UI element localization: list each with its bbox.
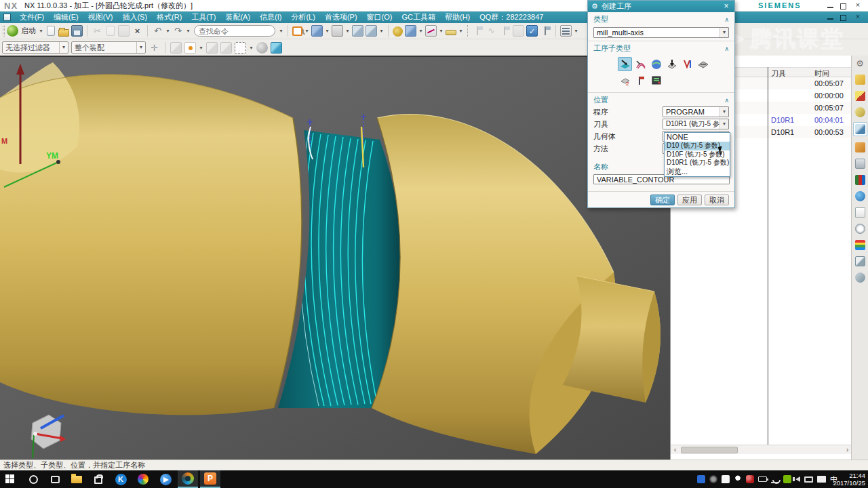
network-icon[interactable]: [804, 476, 813, 483]
open-file-icon[interactable]: [58, 29, 69, 37]
undo-caret-icon[interactable]: ▾: [165, 28, 170, 34]
minimize-button[interactable]: [827, 3, 833, 8]
ok-button[interactable]: 确定: [650, 195, 675, 205]
redo-icon[interactable]: ↷: [172, 25, 184, 37]
snap-point-icon[interactable]: ✛: [149, 42, 160, 54]
menu-file[interactable]: 文件(F): [15, 12, 49, 23]
subtype-variable-contour-icon[interactable]: [618, 57, 632, 71]
menu-help[interactable]: 帮助(H): [440, 12, 475, 23]
photos-app-icon[interactable]: [133, 470, 153, 488]
type-collapse-icon[interactable]: ∧: [724, 16, 729, 23]
toolbar-grip[interactable]: [3, 26, 5, 37]
check-v-icon[interactable]: ✓: [526, 25, 538, 37]
child-restore-button[interactable]: [840, 15, 846, 21]
task-view-button[interactable]: [45, 470, 65, 488]
reuse-library-icon[interactable]: [855, 175, 865, 185]
filter-caret-icon[interactable]: ▾: [59, 42, 68, 53]
start-button[interactable]: [0, 470, 20, 488]
location-collapse-icon[interactable]: ∧: [724, 97, 729, 104]
type-dropdown[interactable]: mill_multi-axis ▾: [593, 27, 729, 38]
roles-icon[interactable]: [855, 240, 865, 250]
history-icon[interactable]: [855, 224, 865, 234]
lasso-select-icon[interactable]: [235, 42, 246, 54]
subtype-generic-motion-icon[interactable]: [696, 57, 710, 71]
thunder-app-icon[interactable]: [155, 470, 176, 488]
section-location[interactable]: 位置 ∧: [588, 93, 734, 106]
menu-format[interactable]: 格式(R): [152, 12, 186, 23]
subtype-mill-control-icon[interactable]: [649, 73, 663, 87]
menu-edit[interactable]: 编辑(E): [49, 12, 83, 23]
section-type[interactable]: 类型 ∧: [588, 12, 734, 25]
shaded-sphere-icon[interactable]: [256, 42, 268, 54]
scrollbar-thumb[interactable]: [681, 447, 738, 453]
window-layout-icon[interactable]: [292, 26, 302, 36]
tray-chat-icon[interactable]: [722, 475, 730, 483]
child-close-button[interactable]: ×: [853, 12, 863, 22]
subtype-contour-area-icon[interactable]: [649, 57, 663, 71]
orient-caret-icon[interactable]: ▾: [418, 28, 423, 34]
operation-navigator-icon[interactable]: [855, 124, 865, 134]
layers-icon[interactable]: [560, 25, 572, 37]
orient-view-icon[interactable]: [405, 25, 416, 37]
subtype-variable-streamline-icon[interactable]: [633, 57, 648, 71]
selection-filter-combo[interactable]: 无选择过滤器 ▾: [2, 41, 68, 54]
menu-analysis[interactable]: 分析(L): [286, 12, 319, 23]
tool-option-d10r1[interactable]: D10R1 (铣刀-5 参数): [665, 159, 730, 167]
start-menu-button[interactable]: 启动: [21, 26, 36, 36]
display-caret-icon[interactable]: ▾: [325, 28, 330, 34]
menu-tools[interactable]: 工具(T): [186, 12, 220, 23]
scrollbar-track[interactable]: [679, 446, 843, 454]
taskbar-clock[interactable]: 21:44 2017/10/25: [823, 472, 865, 487]
cortana-button[interactable]: [23, 470, 43, 488]
process-calculator-icon[interactable]: [855, 159, 865, 169]
lasso-caret-icon[interactable]: ▾: [249, 45, 254, 51]
menu-insert[interactable]: 插入(S): [117, 12, 152, 23]
tray-qq-icon[interactable]: [734, 475, 742, 483]
ruler-icon[interactable]: [446, 30, 456, 35]
measure-caret-icon[interactable]: ▾: [439, 28, 443, 34]
subtype-userdefined-icon[interactable]: 2: [618, 73, 632, 87]
menu-gc-toolbox[interactable]: GC工具箱: [397, 12, 440, 23]
nx-taskbar-icon[interactable]: [178, 470, 198, 488]
scope-caret-icon[interactable]: ▾: [136, 42, 145, 53]
key-icon[interactable]: [393, 26, 403, 37]
subtype-zlevel-5axis-icon[interactable]: [665, 57, 679, 71]
ruler-caret-icon[interactable]: ▾: [458, 28, 463, 34]
new-file-icon[interactable]: [47, 26, 55, 36]
command-search-box[interactable]: [194, 25, 275, 37]
machining-wizard-icon[interactable]: [855, 142, 865, 152]
restore-button[interactable]: [840, 3, 846, 9]
assembly-navigator-icon[interactable]: [855, 75, 865, 85]
save-icon[interactable]: [71, 25, 83, 37]
start-caret-icon[interactable]: ▾: [39, 28, 43, 34]
nvidia-icon[interactable]: [783, 475, 791, 483]
subtype-sequential-mill-icon[interactable]: [680, 57, 694, 71]
subtype-hole-making-icon[interactable]: [633, 73, 648, 87]
edit-section-icon[interactable]: [366, 25, 377, 37]
type-caret-icon[interactable]: ▾: [719, 28, 728, 37]
window-caret-icon[interactable]: ▾: [304, 28, 309, 34]
tool-dropdown[interactable]: D10R1 (铣刀-5 参数) ▾: [663, 119, 729, 129]
menu-view[interactable]: 视图(V): [83, 12, 118, 23]
cancel-button[interactable]: 取消: [705, 195, 729, 205]
redo-caret-icon[interactable]: ▾: [186, 28, 191, 34]
system-tools-icon[interactable]: [855, 272, 865, 283]
operation-navigator-active[interactable]: [853, 122, 867, 136]
tray-app2-icon[interactable]: [746, 475, 754, 483]
wireless-icon[interactable]: [771, 475, 779, 483]
graphics-window[interactable]: YM M: [0, 56, 670, 460]
speaker-icon[interactable]: [795, 476, 800, 482]
tool-option-none[interactable]: NONE: [665, 133, 730, 142]
gear-icon[interactable]: ⚙: [852, 58, 868, 68]
point-snap-icon[interactable]: [184, 42, 196, 54]
constraint-navigator-icon[interactable]: [855, 91, 865, 101]
kugou-app-icon[interactable]: K: [111, 470, 131, 488]
wps-taskbar-icon[interactable]: P: [200, 470, 220, 488]
close-button[interactable]: ×: [853, 1, 863, 10]
tray-camera-icon[interactable]: [709, 475, 717, 483]
file-explorer-icon[interactable]: [66, 470, 87, 488]
showhide-caret-icon[interactable]: ▾: [345, 28, 350, 34]
tool-caret-icon[interactable]: ▾: [719, 119, 728, 129]
navigator-hscrollbar[interactable]: ‹ ›: [671, 445, 852, 454]
store-icon[interactable]: [88, 470, 108, 488]
